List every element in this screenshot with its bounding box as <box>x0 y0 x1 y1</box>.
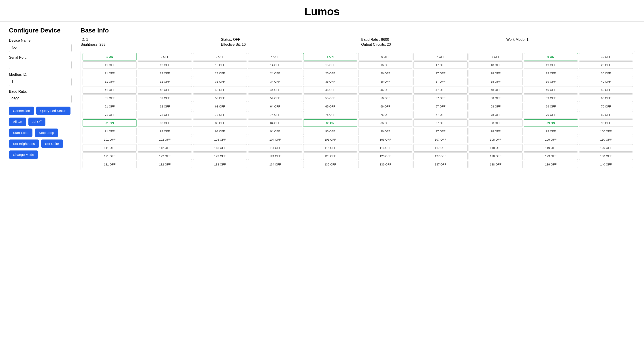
led-button-53[interactable]: 53 OFF <box>193 95 247 102</box>
led-button-82[interactable]: 82 OFF <box>138 119 192 127</box>
led-button-74[interactable]: 74 OFF <box>248 111 302 118</box>
led-button-112[interactable]: 112 OFF <box>138 144 192 152</box>
led-button-41[interactable]: 41 OFF <box>82 86 137 94</box>
led-button-134[interactable]: 134 OFF <box>248 161 302 168</box>
led-button-26[interactable]: 26 OFF <box>358 70 412 77</box>
led-button-9[interactable]: 9 ON <box>524 53 578 61</box>
serial-port-input[interactable] <box>9 61 72 69</box>
led-button-91[interactable]: 91 OFF <box>82 128 137 135</box>
led-button-10[interactable]: 10 OFF <box>579 53 633 61</box>
modbus-id-input[interactable] <box>9 78 72 86</box>
led-button-110[interactable]: 110 OFF <box>579 136 633 143</box>
led-button-6[interactable]: 6 OFF <box>358 53 412 61</box>
led-button-103[interactable]: 103 OFF <box>193 136 247 143</box>
set-color-button[interactable]: Set Color <box>41 140 63 148</box>
led-button-11[interactable]: 11 OFF <box>82 61 137 69</box>
led-button-20[interactable]: 20 OFF <box>579 61 633 69</box>
led-button-37[interactable]: 37 OFF <box>413 78 468 85</box>
led-button-55[interactable]: 55 OFF <box>303 95 357 102</box>
led-button-38[interactable]: 38 OFF <box>468 78 523 85</box>
led-button-87[interactable]: 87 OFF <box>413 119 468 127</box>
led-button-77[interactable]: 77 OFF <box>413 111 468 118</box>
led-button-24[interactable]: 24 OFF <box>248 70 302 77</box>
led-button-84[interactable]: 84 OFF <box>248 119 302 127</box>
led-button-13[interactable]: 13 OFF <box>193 61 247 69</box>
led-button-81[interactable]: 81 ON <box>82 119 137 127</box>
led-button-48[interactable]: 48 OFF <box>468 86 523 94</box>
led-button-51[interactable]: 51 OFF <box>82 95 137 102</box>
led-button-140[interactable]: 140 OFF <box>579 161 633 168</box>
baud-rate-input[interactable] <box>9 95 72 103</box>
led-button-137[interactable]: 137 OFF <box>413 161 468 168</box>
led-button-36[interactable]: 36 OFF <box>358 78 412 85</box>
led-button-16[interactable]: 16 OFF <box>358 61 412 69</box>
led-button-31[interactable]: 31 OFF <box>82 78 137 85</box>
led-button-75[interactable]: 75 OFF <box>303 111 357 118</box>
led-button-76[interactable]: 76 OFF <box>358 111 412 118</box>
led-button-34[interactable]: 34 OFF <box>248 78 302 85</box>
led-button-102[interactable]: 102 OFF <box>138 136 192 143</box>
led-button-14[interactable]: 14 OFF <box>248 61 302 69</box>
led-button-109[interactable]: 109 OFF <box>524 136 578 143</box>
led-button-136[interactable]: 136 OFF <box>358 161 412 168</box>
led-button-33[interactable]: 33 OFF <box>193 78 247 85</box>
led-button-63[interactable]: 63 OFF <box>193 103 247 110</box>
led-button-124[interactable]: 124 OFF <box>248 153 302 160</box>
led-button-78[interactable]: 78 OFF <box>468 111 523 118</box>
led-button-35[interactable]: 35 OFF <box>303 78 357 85</box>
led-button-23[interactable]: 23 OFF <box>193 70 247 77</box>
led-button-64[interactable]: 64 OFF <box>248 103 302 110</box>
led-button-19[interactable]: 19 OFF <box>524 61 578 69</box>
led-button-69[interactable]: 69 OFF <box>524 103 578 110</box>
led-button-83[interactable]: 83 OFF <box>193 119 247 127</box>
led-button-101[interactable]: 101 OFF <box>82 136 137 143</box>
led-button-123[interactable]: 123 OFF <box>193 153 247 160</box>
led-button-121[interactable]: 121 OFF <box>82 153 137 160</box>
set-brightness-button[interactable]: Set Brightness <box>9 140 39 148</box>
led-button-57[interactable]: 57 OFF <box>413 95 468 102</box>
start-loop-button[interactable]: Start Loop <box>9 129 32 137</box>
led-button-59[interactable]: 59 OFF <box>524 95 578 102</box>
led-button-86[interactable]: 86 OFF <box>358 119 412 127</box>
led-button-29[interactable]: 29 OFF <box>524 70 578 77</box>
led-button-30[interactable]: 30 OFF <box>579 70 633 77</box>
led-button-94[interactable]: 94 OFF <box>248 128 302 135</box>
device-name-input[interactable] <box>9 44 72 52</box>
led-button-5[interactable]: 5 ON <box>303 53 357 61</box>
stop-loop-button[interactable]: Stop Loop <box>35 129 58 137</box>
led-button-129[interactable]: 129 OFF <box>524 153 578 160</box>
led-button-49[interactable]: 49 OFF <box>524 86 578 94</box>
led-button-119[interactable]: 119 OFF <box>524 144 578 152</box>
led-button-44[interactable]: 44 OFF <box>248 86 302 94</box>
led-button-50[interactable]: 50 OFF <box>579 86 633 94</box>
led-button-60[interactable]: 60 OFF <box>579 95 633 102</box>
all-off-button[interactable]: All Off <box>28 118 46 126</box>
led-button-89[interactable]: 89 ON <box>524 119 578 127</box>
led-button-114[interactable]: 114 OFF <box>248 144 302 152</box>
led-button-62[interactable]: 62 OFF <box>138 103 192 110</box>
led-button-80[interactable]: 80 OFF <box>579 111 633 118</box>
led-button-47[interactable]: 47 OFF <box>413 86 468 94</box>
led-button-66[interactable]: 66 OFF <box>358 103 412 110</box>
led-button-52[interactable]: 52 OFF <box>138 95 192 102</box>
led-button-100[interactable]: 100 OFF <box>579 128 633 135</box>
led-button-130[interactable]: 130 OFF <box>579 153 633 160</box>
led-button-4[interactable]: 4 OFF <box>248 53 302 61</box>
led-button-133[interactable]: 133 OFF <box>193 161 247 168</box>
led-button-107[interactable]: 107 OFF <box>413 136 468 143</box>
led-button-85[interactable]: 85 ON <box>303 119 357 127</box>
led-button-128[interactable]: 128 OFF <box>468 153 523 160</box>
led-button-139[interactable]: 139 OFF <box>524 161 578 168</box>
led-button-65[interactable]: 65 OFF <box>303 103 357 110</box>
led-button-54[interactable]: 54 OFF <box>248 95 302 102</box>
led-button-7[interactable]: 7 OFF <box>413 53 468 61</box>
led-button-39[interactable]: 39 OFF <box>524 78 578 85</box>
led-button-17[interactable]: 17 OFF <box>413 61 468 69</box>
led-button-79[interactable]: 79 OFF <box>524 111 578 118</box>
led-button-32[interactable]: 32 OFF <box>138 78 192 85</box>
led-button-58[interactable]: 58 OFF <box>468 95 523 102</box>
led-button-96[interactable]: 96 OFF <box>358 128 412 135</box>
led-button-61[interactable]: 61 OFF <box>82 103 137 110</box>
led-button-1[interactable]: 1 ON <box>82 53 137 61</box>
led-button-106[interactable]: 106 OFF <box>358 136 412 143</box>
